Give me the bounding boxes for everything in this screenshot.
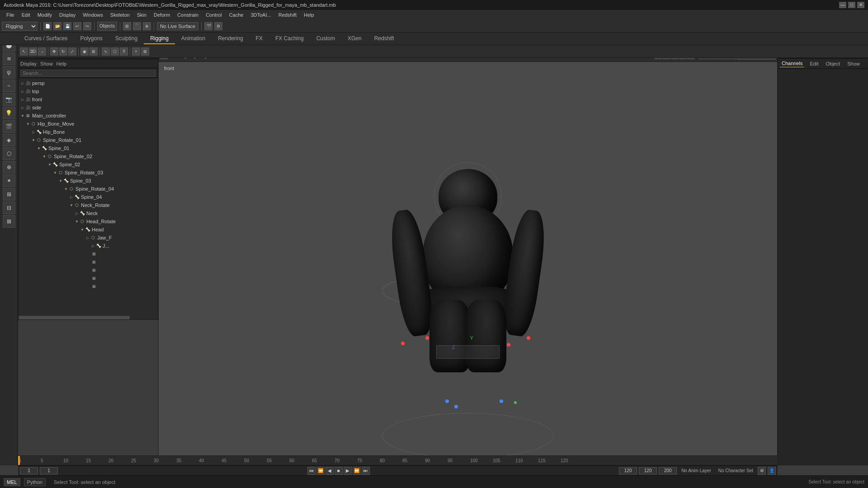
render-settings-icon[interactable]: ⚙ (214, 22, 222, 30)
tree-item-extra3[interactable]: ⊞ (91, 266, 158, 274)
expand-head[interactable]: ▼ (80, 227, 85, 232)
mode-selector[interactable]: Rigging Modeling Animation (2, 22, 38, 31)
select-tool-icon[interactable]: ↖ (20, 47, 28, 56)
scrollbar-thumb[interactable] (19, 316, 130, 319)
tree-item-main-controller[interactable]: ▼ ⊞ Main_controller (19, 112, 158, 120)
tree-item-spine-04[interactable]: ▷ 🦴 Spine_04 (19, 193, 158, 201)
current-frame-input[interactable]: 1 (20, 467, 38, 474)
lasso-select-icon[interactable]: ⌦ (29, 47, 37, 56)
outliner-scrollbar[interactable] (19, 316, 158, 319)
objects-button[interactable]: Objects (97, 22, 117, 31)
rig-handle-center[interactable] (454, 405, 458, 408)
maximize-button[interactable]: □ (848, 2, 855, 8)
tab-fx-caching[interactable]: FX Caching (269, 33, 310, 44)
tree-item-spine-03[interactable]: ▼ 🦴 Spine_03 (19, 177, 158, 185)
tab-show[interactable]: Show (845, 60, 862, 67)
snap-point-icon[interactable]: ⊕ (143, 22, 151, 30)
menu-help[interactable]: Help (301, 11, 317, 19)
expand-sp02[interactable]: ▼ (47, 162, 52, 167)
menu-deform[interactable]: Deform (151, 11, 173, 19)
range-end-2-input[interactable] (659, 467, 677, 474)
tree-item-hip-bone-move[interactable]: ▼ ⬡ Hip_Bone_Move (19, 120, 158, 128)
menu-redshift[interactable]: Redshift (276, 11, 299, 19)
tree-item-persp[interactable]: ▷ 🎥 persp (19, 79, 158, 87)
window-controls[interactable]: — □ ✕ (839, 2, 864, 8)
expand-sr02[interactable]: ▼ (42, 154, 47, 159)
step-fwd-btn[interactable]: ⏩ (353, 467, 361, 475)
tree-item-head[interactable]: ▼ 🦴 Head (19, 225, 158, 234)
expand-j2[interactable]: ▷ (91, 244, 95, 248)
fluid-icon[interactable]: ~ (3, 80, 15, 92)
rig-handle-left-shoulder[interactable] (401, 342, 405, 345)
anim-settings-btn[interactable]: ⚙ (758, 467, 766, 475)
extra2-icon[interactable]: ⊟ (3, 202, 15, 214)
tree-item-extra2[interactable]: ⊞ (91, 258, 158, 266)
joint-tool-icon[interactable]: ⬡ (111, 47, 119, 56)
menu-windows[interactable]: Windows (80, 11, 106, 19)
expand-arrow-side[interactable]: ▷ (20, 105, 25, 110)
tab-rigging[interactable]: Rigging (144, 33, 175, 44)
move-tool-icon[interactable]: ✥ (50, 47, 58, 56)
tab-animation[interactable]: Animation (175, 33, 212, 44)
char-settings-btn[interactable]: 👤 (768, 467, 776, 475)
xgen-icon[interactable]: ✶ (3, 174, 15, 187)
mel-tab[interactable]: MEL (4, 478, 20, 486)
tab-sculpting[interactable]: Sculpting (109, 33, 144, 44)
menu-file[interactable]: File (4, 11, 17, 19)
range-start-input[interactable] (40, 467, 58, 474)
expand-hipbone[interactable]: ▷ (31, 130, 36, 134)
expand-jaw[interactable]: ▷ (85, 235, 90, 240)
tree-item-spine-rotate-01[interactable]: ▼ ⬡ Spine_Rotate_01 (19, 136, 158, 144)
tree-item-extra1[interactable]: ⊞ (91, 250, 158, 258)
play-fwd-btn[interactable]: ▶ (344, 467, 352, 475)
menu-cache[interactable]: Cache (226, 11, 246, 19)
step-back-btn[interactable]: ⏪ (316, 467, 325, 475)
grid-icon[interactable]: ⊞ (141, 47, 149, 56)
tab-object[interactable]: Object (824, 60, 842, 67)
outliner-search-input[interactable] (20, 70, 156, 77)
show-manip-icon[interactable]: ⊞ (90, 47, 98, 56)
render-icon[interactable]: 🎬 (204, 22, 212, 30)
extra3-icon[interactable]: ⊠ (3, 215, 15, 228)
tree-item-spine-rotate-04[interactable]: ▼ ⬡ Spine_Rotate_04 (19, 185, 158, 193)
tab-custom[interactable]: Custom (310, 33, 341, 44)
tree-item-spine-02[interactable]: ▼ 🦴 Spine_02 (19, 160, 158, 169)
tab-fx[interactable]: FX (250, 33, 269, 44)
redo-icon[interactable]: ↪ (83, 22, 91, 30)
rig-handle-right-arm[interactable] (507, 343, 510, 347)
tree-item-head-rotate[interactable]: ▼ ⬡ Head_Rotate (19, 217, 158, 225)
rig-handle-left-arm[interactable] (425, 336, 429, 340)
expand-hr[interactable]: ▼ (75, 219, 79, 224)
hair-icon[interactable]: ψ (3, 66, 15, 79)
constraint-icon[interactable]: ⊕ (3, 161, 15, 174)
tab-channels[interactable]: Channels (780, 60, 804, 67)
skip-to-start-btn[interactable]: ⏮ (307, 467, 316, 475)
timeline[interactable]: 1 5 10 15 20 25 30 35 40 45 50 55 60 65 … (18, 455, 778, 465)
menu-display[interactable]: Display (57, 11, 78, 19)
minimize-button[interactable]: — (839, 2, 846, 8)
menu-skeleton[interactable]: Skeleton (108, 11, 132, 19)
expand-sp01[interactable]: ▼ (37, 146, 41, 150)
deform-icon[interactable]: ◈ (3, 134, 15, 146)
tab-redshift[interactable]: Redshift (368, 33, 401, 44)
tree-item-spine-01[interactable]: ▼ 🦴 Spine_01 (19, 144, 158, 152)
skip-to-end-btn[interactable]: ⏭ (362, 467, 370, 475)
soft-mod-icon[interactable]: ◉ (80, 47, 89, 56)
ik-icon[interactable]: ⧖ (120, 47, 128, 56)
rotate-tool-icon[interactable]: ↻ (59, 47, 67, 56)
tree-item-neck-rotate[interactable]: ▼ ⬡ Neck_Rotate (19, 201, 158, 209)
tree-item-extra4[interactable]: ⊞ (91, 274, 158, 282)
expand-sp04[interactable]: ▷ (69, 195, 74, 199)
expand-arrow[interactable]: ▷ (20, 89, 25, 94)
end-frame-input[interactable] (639, 467, 657, 474)
expand-arrow-front[interactable]: ▷ (20, 97, 25, 102)
tree-item-spine-rotate-02[interactable]: ▼ ⬡ Spine_Rotate_02 (19, 152, 158, 160)
close-button[interactable]: ✕ (857, 2, 864, 8)
tree-item-jaw[interactable]: ▷ ⬡ Jaw_F (19, 234, 158, 242)
menu-skin[interactable]: Skin (134, 11, 149, 19)
rig-handle-right-shoulder[interactable] (527, 336, 530, 340)
tree-item-spine-rotate-03[interactable]: ▼ ⬡ Spine_Rotate_03 (19, 169, 158, 177)
extra1-icon[interactable]: ⊞ (3, 188, 15, 201)
outliner-menu-display[interactable]: Display (20, 61, 37, 66)
expand-sr01[interactable]: ▼ (31, 138, 36, 142)
